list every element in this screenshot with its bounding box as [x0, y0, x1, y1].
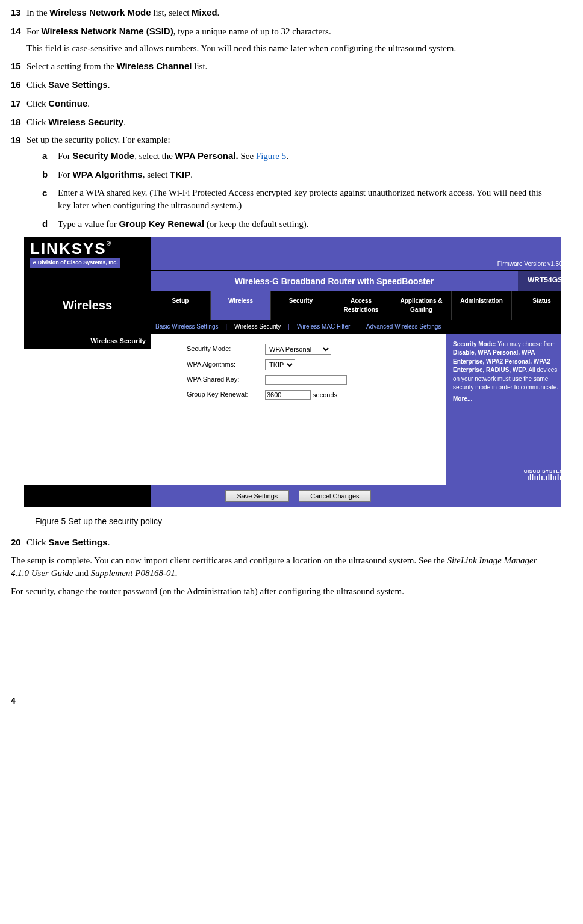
subtab-mac-filter[interactable]: Wireless MAC Filter: [292, 320, 355, 334]
spacer: [446, 485, 561, 507]
subtab-wireless-security[interactable]: Wireless Security: [229, 320, 285, 334]
select-security-mode[interactable]: WPA Personal: [265, 344, 331, 355]
save-settings-button[interactable]: Save Settings: [225, 490, 289, 502]
doc-title: Supplement P08168-01.: [91, 568, 178, 578]
tab-setup[interactable]: Setup: [151, 291, 211, 320]
input-wpa-shared-key[interactable]: [265, 375, 347, 385]
subtab-basic-wireless[interactable]: Basic Wireless Settings: [151, 320, 223, 334]
tab-row: Setup Wireless Security Access Restricti…: [151, 291, 561, 320]
linksys-logo-block: LINKSYS® A Division of Cisco Systems, In…: [24, 237, 151, 270]
substep-text: (or keep the default setting).: [204, 219, 308, 229]
term: Mixed: [192, 7, 217, 17]
term: Wireless Security: [48, 117, 123, 127]
separator: |: [223, 320, 229, 334]
step-text: Click: [26, 99, 48, 108]
input-group-key-renewal[interactable]: [265, 390, 311, 400]
step-number: 19: [11, 134, 21, 147]
tab-security[interactable]: Security: [271, 291, 331, 320]
more-label: More...: [453, 395, 472, 402]
substep-letter: c: [42, 187, 47, 200]
help-text: Security Mode: You may choose from Disab…: [453, 340, 561, 392]
division-text: A Division of Cisco Systems, Inc.: [30, 258, 120, 268]
subtab-row: Basic Wireless Settings | Wireless Secur…: [151, 320, 561, 334]
unit-seconds: seconds: [313, 391, 337, 398]
label-group-key-renewal: Group Key Renewal:: [187, 390, 265, 400]
text: and: [73, 568, 90, 578]
step-15: 15 Select a setting from the Wireless Ch…: [11, 60, 550, 73]
tab-wireless[interactable]: Wireless: [211, 291, 271, 320]
step-text: .: [108, 80, 110, 90]
spacer: [24, 485, 151, 507]
select-wpa-algorithms[interactable]: TKIP: [265, 359, 295, 370]
tab-access-restrictions[interactable]: Access Restrictions: [331, 291, 391, 320]
step-20: 20 Click Save Settings.: [11, 536, 550, 550]
row-wpa-algorithms: WPA Algorithms: TKIP: [187, 359, 437, 370]
step-number: 16: [11, 78, 21, 91]
step-13: 13 In the Wireless Network Mode list, se…: [11, 6, 550, 20]
substep-letter: d: [42, 217, 48, 231]
tab-administration[interactable]: Administration: [452, 291, 512, 320]
step-number: 15: [11, 60, 21, 73]
separator: |: [355, 320, 361, 334]
section-heading: Wireless Security: [24, 334, 151, 349]
term: WPA Personal.: [175, 150, 238, 161]
spacer: [24, 320, 151, 334]
term: Wireless Network Mode: [49, 7, 151, 17]
step-text: For: [26, 26, 42, 36]
step-16: 16 Click Save Settings.: [11, 78, 550, 92]
closing-paragraph-2: For security, change the router password…: [11, 585, 550, 598]
tab-applications-gaming[interactable]: Applications & Gaming: [391, 291, 452, 320]
substep-text: Enter a WPA shared key. (The Wi-Fi Prote…: [58, 188, 542, 211]
substep-text: .: [190, 170, 193, 179]
cisco-logo: CISCO SYSTEMS ıllıılı.ıllıılı.: [524, 468, 561, 480]
step-text: Click: [26, 80, 48, 90]
term: Wireless Channel: [117, 61, 192, 71]
brand-text: LINKSYS®: [30, 241, 145, 256]
separator: |: [285, 320, 292, 334]
step-list: 13 In the Wireless Network Mode list, se…: [11, 6, 550, 231]
substep-letter: a: [42, 149, 47, 163]
step-14: 14 For Wireless Network Name (SSID), typ…: [11, 25, 550, 55]
help-body: You may choose from: [496, 341, 556, 347]
cancel-changes-button[interactable]: Cancel Changes: [299, 490, 370, 502]
row-wpa-shared-key: WPA Shared Key:: [187, 375, 437, 385]
firmware-version: Firmware Version: v1.50.5: [497, 260, 561, 269]
step-18: 18 Click Wireless Security.: [11, 116, 550, 129]
help-more-link[interactable]: More...: [453, 395, 561, 404]
cisco-bars-icon: ıllıılı.ıllıılı.: [524, 475, 561, 481]
substep-text: .: [286, 151, 288, 161]
subtab-advanced[interactable]: Advanced Wireless Settings: [361, 320, 446, 334]
step-text: In the: [26, 8, 49, 17]
term: Continue: [48, 98, 87, 108]
spacer: [24, 271, 151, 291]
step-text: .: [123, 117, 126, 127]
term: Save Settings: [48, 79, 107, 90]
substep-c: c Enter a WPA shared key. (The Wi-Fi Pro…: [42, 187, 550, 213]
help-panel: Security Mode: You may choose from Disab…: [446, 334, 561, 485]
label-security-mode: Security Mode:: [187, 344, 265, 354]
help-heading: Security Mode:: [453, 341, 496, 347]
footer-buttons: Save Settings Cancel Changes: [151, 485, 446, 507]
substep-letter: b: [42, 168, 48, 181]
step-number: 13: [11, 6, 21, 19]
substep-d: d Type a value for Group Key Renewal (or…: [42, 217, 550, 231]
substep-list: a For Security Mode, select the WPA Pers…: [42, 149, 550, 231]
step-list-continued: 20 Click Save Settings.: [11, 536, 550, 550]
step-number: 17: [11, 97, 21, 110]
substep-text: Type a value for: [58, 219, 119, 229]
product-row: Wireless-G Broadband Router with SpeedBo…: [24, 271, 561, 291]
substep-a: a For Security Mode, select the WPA Pers…: [42, 149, 550, 163]
substep-b: b For WPA Algorithms, select TKIP.: [42, 168, 550, 182]
step-text: .: [217, 8, 220, 17]
figure-link[interactable]: Figure 5: [256, 151, 286, 161]
step-text: Set up the security policy. For example:: [26, 135, 170, 144]
tab-status[interactable]: Status: [512, 291, 561, 320]
step-text: .: [87, 99, 90, 108]
step-19: 19 Set up the security policy. For examp…: [11, 134, 550, 231]
step-text: list, select: [151, 8, 192, 17]
term: Group Key Renewal: [119, 219, 204, 229]
term: TKIP: [170, 169, 190, 179]
left-column: Wireless Security: [24, 334, 151, 485]
router-footer: Save Settings Cancel Changes: [24, 485, 561, 507]
row-security-mode: Security Mode: WPA Personal: [187, 344, 437, 355]
